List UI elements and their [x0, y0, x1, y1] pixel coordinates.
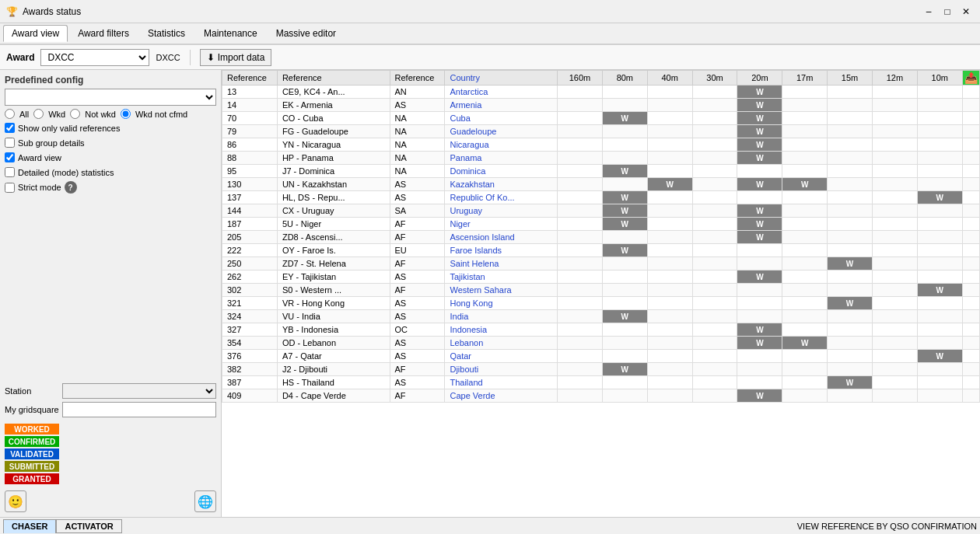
table-row: 137HL, DS - Repu...ASRepublic Of Ko...WW — [222, 191, 980, 204]
table-cell: VR - Hong Kong — [277, 297, 390, 310]
status-left: CHASER ACTIVATOR — [3, 519, 122, 533]
band-cell-40m — [647, 284, 692, 297]
table-cell: HS - Thailand — [277, 376, 390, 389]
band-cell-17m — [782, 138, 828, 152]
help-icon[interactable]: ? — [65, 181, 77, 194]
band-cell-15m — [828, 204, 873, 218]
export-col-cell — [962, 86, 979, 99]
band-cell-160m — [558, 350, 603, 363]
radio-wkd[interactable] — [33, 109, 44, 119]
gridsquare-input[interactable] — [62, 402, 216, 417]
band-cell-40m — [647, 244, 692, 257]
radio-not-wkd-label: Not wkd — [85, 110, 116, 119]
band-cell-15m — [828, 363, 873, 376]
award-view-checkbox[interactable] — [5, 152, 15, 162]
band-cell-20m: W — [737, 99, 782, 112]
band-cell-20m: W — [737, 125, 782, 138]
table-row: 70CO - CubaNACubaWW — [222, 112, 980, 125]
table-cell: NA — [390, 112, 445, 125]
table-cell: 130 — [222, 178, 278, 191]
band-cell-30m — [692, 218, 737, 231]
table-cell: AN — [390, 86, 445, 99]
band-cell-80m — [602, 152, 647, 165]
table-cell: Djibouti — [445, 363, 558, 376]
band-cell-30m — [692, 376, 737, 389]
radio-all[interactable] — [5, 109, 15, 119]
predefined-config-select[interactable] — [5, 89, 216, 106]
band-cell-80m — [602, 178, 647, 191]
radio-wkd-not-cfmd[interactable] — [121, 109, 131, 119]
col-header-15m: 15m — [828, 71, 873, 86]
strict-mode-checkbox[interactable] — [5, 183, 15, 193]
table-cell: J2 - Djibouti — [277, 363, 390, 376]
table-row: 88HP - PanamaNAPanamaW — [222, 152, 980, 165]
band-cell-40m — [647, 99, 692, 112]
table-container[interactable]: Reference Reference Reference Country 16… — [222, 70, 980, 517]
band-cell-15m — [828, 310, 873, 323]
table-cell: AS — [390, 178, 445, 191]
toolbar: Award DXCC DXCC ⬇ Import data — [0, 45, 980, 70]
band-cell-160m — [558, 363, 603, 376]
band-cell-30m — [692, 389, 737, 403]
strict-mode-label: Strict mode — [18, 183, 61, 192]
table-cell: 222 — [222, 244, 278, 257]
band-cell-12m — [872, 257, 917, 270]
legend-granted: GRANTED — [5, 473, 216, 484]
band-cell-12m — [872, 204, 917, 218]
globe-button[interactable]: 🌐 — [194, 490, 216, 512]
table-cell: HP - Panama — [277, 152, 390, 165]
title-bar: 🏆 Awards status – □ ✕ — [0, 0, 980, 23]
export-col-cell — [962, 99, 979, 112]
band-cell-20m: W — [737, 337, 782, 350]
station-select[interactable] — [62, 383, 216, 399]
view-reference-label: VIEW REFERENCE BY QSO CONFIRMATION — [797, 522, 977, 531]
tab-maintenance[interactable]: Maintenance — [195, 25, 266, 42]
table-cell: NA — [390, 152, 445, 165]
table-row: 302S0 - Western ...AFWestern SaharaW — [222, 284, 980, 297]
band-cell-17m — [782, 218, 828, 231]
band-cell-17m — [782, 244, 828, 257]
close-button[interactable]: ✕ — [958, 4, 974, 19]
band-cell-160m — [558, 244, 603, 257]
table-cell: D4 - Cape Verde — [277, 389, 390, 403]
band-cell-30m — [692, 270, 737, 284]
activator-tab[interactable]: ACTIVATOR — [56, 519, 121, 533]
band-cell-15m — [828, 99, 873, 112]
table-cell: EY - Tajikistan — [277, 270, 390, 284]
tab-award-filters[interactable]: Award filters — [69, 25, 138, 42]
band-cell-30m — [692, 257, 737, 270]
band-cell-17m — [782, 257, 828, 270]
gridsquare-label: My gridsquare — [5, 405, 59, 414]
band-cell-20m: W — [737, 323, 782, 337]
band-cell-17m — [782, 231, 828, 244]
table-cell: Panama — [445, 152, 558, 165]
tab-massive-editor[interactable]: Massive editor — [268, 25, 345, 42]
table-row: 1875U - NigerAFNigerWW — [222, 218, 980, 231]
band-cell-20m: W — [737, 204, 782, 218]
show-valid-ref-checkbox[interactable] — [5, 123, 15, 133]
tab-award-view[interactable]: Award view — [3, 25, 68, 42]
table-row: 86YN - NicaraguaNANicaraguaW — [222, 138, 980, 152]
band-cell-160m — [558, 218, 603, 231]
smiley-button[interactable]: 🙂 — [5, 490, 26, 512]
chaser-tab[interactable]: CHASER — [3, 519, 56, 533]
band-cell-80m — [602, 86, 647, 99]
radio-not-wkd[interactable] — [70, 109, 80, 119]
band-cell-20m — [737, 363, 782, 376]
table-cell: 187 — [222, 218, 278, 231]
maximize-button[interactable]: □ — [940, 4, 955, 19]
band-cell-17m — [782, 270, 828, 284]
award-select[interactable]: DXCC — [40, 49, 149, 66]
export-col-cell — [962, 244, 979, 257]
band-cell-40m — [647, 138, 692, 152]
table-row: 130UN - KazakhstanASKazakhstanWWW — [222, 178, 980, 191]
export-button[interactable]: 📤 — [962, 71, 979, 86]
table-header-row: Reference Reference Reference Country 16… — [222, 71, 980, 86]
tab-statistics[interactable]: Statistics — [139, 25, 194, 42]
minimize-button[interactable]: – — [921, 4, 936, 19]
sub-group-checkbox[interactable] — [5, 138, 15, 148]
detailed-stats-checkbox[interactable] — [5, 167, 15, 177]
import-data-button[interactable]: ⬇ Import data — [200, 49, 272, 66]
export-col-cell — [962, 191, 979, 204]
export-col-cell — [962, 376, 979, 389]
